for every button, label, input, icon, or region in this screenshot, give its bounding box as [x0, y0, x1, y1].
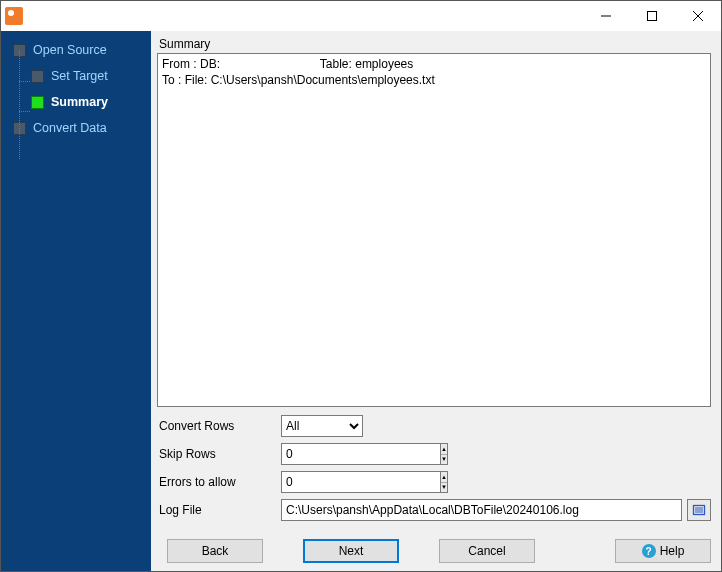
step-label: Open Source [33, 43, 107, 57]
next-button[interactable]: Next [303, 539, 399, 563]
summary-heading: Summary [157, 37, 711, 51]
svg-rect-1 [648, 12, 657, 21]
options-form: Convert Rows All Skip Rows ▲ ▼ Errors to… [157, 407, 711, 527]
close-button[interactable] [675, 1, 721, 31]
window-controls [583, 1, 721, 31]
cancel-button[interactable]: Cancel [439, 539, 535, 563]
convert-rows-select[interactable]: All [281, 415, 363, 437]
summary-from-line: From : DB: Table: employees [162, 57, 413, 71]
errors-input[interactable] [281, 471, 440, 493]
wizard-sidebar: Open Source Set Target Summary Convert D… [1, 31, 151, 571]
errors-down[interactable]: ▼ [441, 483, 447, 493]
step-convert-data[interactable]: Convert Data [1, 115, 151, 141]
skip-rows-label: Skip Rows [157, 447, 281, 461]
logfile-label: Log File [157, 503, 281, 517]
summary-to-line: To : File: C:\Users\pansh\Documents\empl… [162, 73, 435, 87]
titlebar [1, 1, 721, 31]
content-pane: Summary From : DB: Table: employees To :… [151, 31, 721, 571]
convert-rows-label: Convert Rows [157, 419, 281, 433]
help-button[interactable]: ? Help [615, 539, 711, 563]
help-label: Help [660, 544, 685, 558]
browse-icon [692, 503, 706, 517]
step-set-target[interactable]: Set Target [1, 63, 151, 89]
button-bar: Back Next Cancel ? Help [157, 527, 711, 563]
summary-textbox[interactable]: From : DB: Table: employees To : File: C… [157, 53, 711, 407]
maximize-icon [647, 11, 657, 21]
close-icon [693, 11, 703, 21]
errors-up[interactable]: ▲ [441, 472, 447, 483]
logfile-input[interactable] [281, 499, 682, 521]
step-box-icon [31, 96, 44, 109]
step-box-icon [31, 70, 44, 83]
skip-rows-up[interactable]: ▲ [441, 444, 447, 455]
back-button[interactable]: Back [167, 539, 263, 563]
help-icon: ? [642, 544, 656, 558]
logfile-browse-button[interactable] [687, 499, 711, 521]
skip-rows-input[interactable] [281, 443, 440, 465]
step-open-source[interactable]: Open Source [1, 37, 151, 63]
step-label: Summary [51, 95, 108, 109]
minimize-button[interactable] [583, 1, 629, 31]
skip-rows-down[interactable]: ▼ [441, 455, 447, 465]
errors-label: Errors to allow [157, 475, 281, 489]
step-label: Convert Data [33, 121, 107, 135]
maximize-button[interactable] [629, 1, 675, 31]
step-label: Set Target [51, 69, 108, 83]
app-icon [5, 7, 23, 25]
minimize-icon [601, 11, 611, 21]
